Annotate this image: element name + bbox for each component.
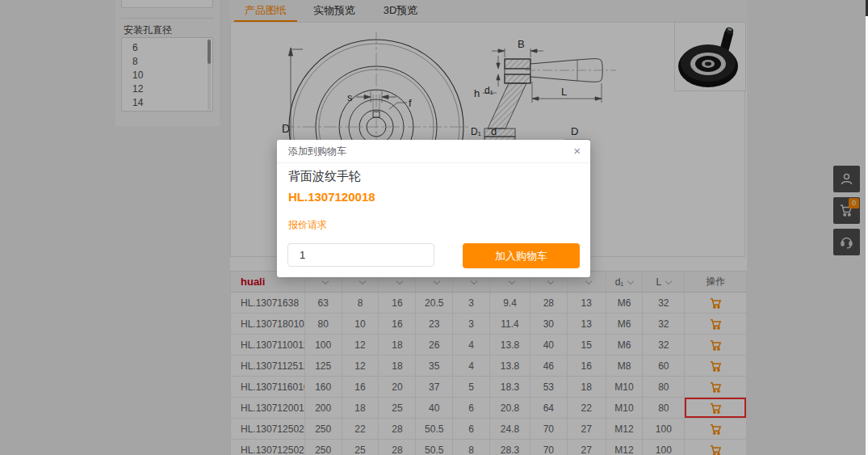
modal-title: 添加到购物车 (277, 140, 590, 163)
page: 安装孔直径 68101214 产品图纸实物预览3D预览 (0, 0, 868, 455)
quote-request-link[interactable]: 报价请求 (288, 218, 327, 232)
part-number: HL.1307120018 (288, 190, 375, 204)
product-name: 背面波纹手轮 (288, 169, 361, 184)
quantity-input[interactable] (287, 243, 434, 267)
add-to-cart-button[interactable]: 加入购物车 (463, 243, 580, 268)
close-icon[interactable]: × (573, 144, 581, 158)
add-to-cart-modal: 添加到购物车 × 背面波纹手轮 HL.1307120018 报价请求 加入购物车 (277, 140, 590, 277)
